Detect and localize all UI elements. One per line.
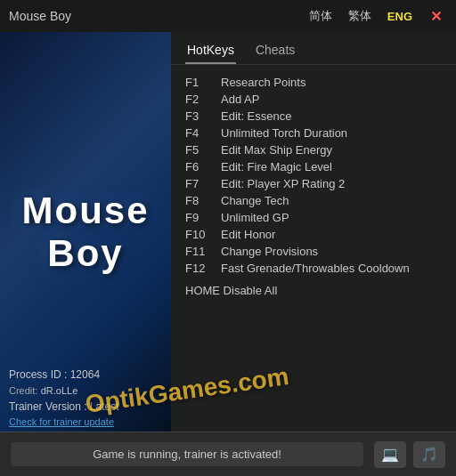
hotkey-row: F8Change Tech <box>185 194 442 207</box>
hotkey-row: F10Edit Honor <box>185 228 442 241</box>
tabs-container: HotKeys Cheats <box>171 32 456 65</box>
hotkey-key: F9 <box>185 211 221 224</box>
hotkey-row: F5Edit Max Ship Energy <box>185 143 442 157</box>
right-panel: HotKeys Cheats F1Research PointsF2Add AP… <box>171 32 456 432</box>
hotkey-action: Research Points <box>221 76 305 89</box>
hotkey-key: F8 <box>185 194 221 207</box>
hotkey-key: F1 <box>185 76 221 89</box>
game-title-art: Mouse Boy <box>21 190 149 275</box>
trainer-version: Trainer Version : Latest <box>9 400 174 413</box>
hotkey-key: F2 <box>185 93 221 106</box>
title-bar: Mouse Boy 简体 繁体 ENG ✕ <box>0 0 456 32</box>
hotkey-action: Change Provisions <box>221 245 318 258</box>
hotkey-action: Unlimited Torch Duration <box>221 126 347 140</box>
hotkey-action: Edit: Fire Magic Level <box>221 160 332 173</box>
process-id: Process ID : 12064 <box>9 368 174 381</box>
hotkey-key: F10 <box>185 228 221 241</box>
hotkey-action: Edit Honor <box>221 228 275 241</box>
status-bar: Game is running, trainer is activated! 💻… <box>0 432 456 476</box>
hotkey-action: Edit: Essence <box>221 109 292 123</box>
tab-hotkeys[interactable]: HotKeys <box>185 39 236 64</box>
tab-cheats[interactable]: Cheats <box>254 39 297 64</box>
status-icons: 💻 🎵 <box>374 441 445 468</box>
home-action: HOME Disable All <box>185 284 442 297</box>
monitor-icon: 💻 <box>381 446 399 463</box>
hotkey-action: Change Tech <box>221 194 289 207</box>
info-panel: Process ID : 12064 Credit: dR.oLLe Train… <box>9 368 174 427</box>
status-message: Game is running, trainer is activated! <box>11 442 363 466</box>
hotkey-key: F12 <box>185 262 221 275</box>
music-icon-button[interactable]: 🎵 <box>413 441 445 468</box>
hotkey-row: F9Unlimited GP <box>185 211 442 224</box>
hotkey-key: F11 <box>185 245 221 258</box>
credit-line: Credit: dR.oLLe <box>9 384 174 397</box>
close-button[interactable]: ✕ <box>425 6 447 27</box>
hotkey-action: Add AP <box>221 93 259 106</box>
hotkey-action: Edit: Player XP Rating 2 <box>221 177 345 190</box>
lang-traditional[interactable]: 繁体 <box>345 6 375 26</box>
hotkey-action: Unlimited GP <box>221 211 289 224</box>
hotkey-key: F3 <box>185 109 221 123</box>
hotkey-row: F7Edit: Player XP Rating 2 <box>185 177 442 190</box>
hotkey-key: F5 <box>185 143 221 157</box>
hotkey-row: F4Unlimited Torch Duration <box>185 126 442 140</box>
credit-label: Credit: <box>9 385 37 396</box>
hotkey-row: F11Change Provisions <box>185 245 442 258</box>
update-link[interactable]: Check for trainer update <box>9 416 174 427</box>
hotkey-row: F12Fast Grenade/Throwables Cooldown <box>185 262 442 275</box>
hotkey-row: F3Edit: Essence <box>185 109 442 123</box>
app-title: Mouse Boy <box>9 9 71 23</box>
title-bar-right: 简体 繁体 ENG ✕ <box>305 6 447 27</box>
hotkey-action: Fast Grenade/Throwables Cooldown <box>221 262 410 275</box>
hotkey-action: Edit Max Ship Energy <box>221 143 332 157</box>
hotkey-row: F1Research Points <box>185 76 442 89</box>
hotkey-key: F7 <box>185 177 221 190</box>
game-title-line1: Mouse <box>21 190 149 232</box>
monitor-icon-button[interactable]: 💻 <box>374 441 406 468</box>
credit-value: dR.oLLe <box>41 385 78 396</box>
hotkey-key: F6 <box>185 160 221 173</box>
hotkey-key: F4 <box>185 126 221 140</box>
lang-simplified[interactable]: 简体 <box>305 6 336 26</box>
title-bar-left: Mouse Boy <box>9 9 305 23</box>
hotkey-row: F6Edit: Fire Magic Level <box>185 160 442 173</box>
music-icon: 🎵 <box>420 446 438 463</box>
lang-english[interactable]: ENG <box>384 8 416 25</box>
hotkeys-list: F1Research PointsF2Add APF3Edit: Essence… <box>171 65 456 432</box>
game-title-line2: Boy <box>21 232 149 275</box>
hotkey-row: F2Add AP <box>185 93 442 106</box>
